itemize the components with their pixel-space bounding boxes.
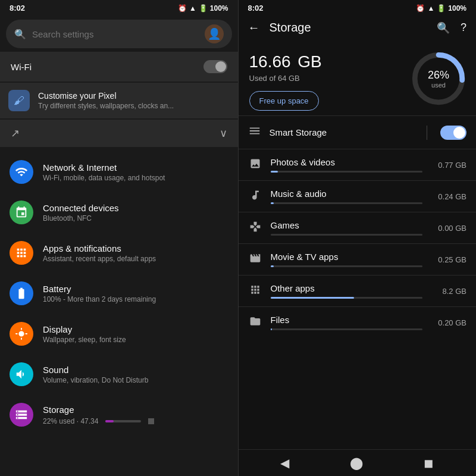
apps-text: Apps & notifications Assistant, recent a… (43, 243, 156, 263)
battery-title: Battery (43, 284, 156, 294)
back-button[interactable]: ← (248, 21, 260, 35)
right-alarm-icon: ⏰ (416, 4, 425, 12)
category-movie[interactable]: Movie & TV apps 0.25 GB (239, 243, 477, 275)
other-bar (271, 297, 423, 299)
connected-icon (10, 201, 33, 224)
storage-square-icon (148, 418, 154, 424)
category-games[interactable]: Games 0.00 GB (239, 212, 477, 243)
network-subtitle: Wi-Fi, mobile, data usage, and hotspot (43, 174, 165, 182)
avatar[interactable]: 👤 (205, 24, 224, 43)
nav-home-button[interactable]: ⬤ (350, 456, 363, 470)
sidebar-item-storage[interactable]: Storage 22% used · 47.34 (0, 394, 238, 435)
storage-header: ← Storage 🔍 ? (239, 16, 477, 37)
customize-text: Customise your Pixel Try different style… (38, 91, 174, 110)
wifi-row[interactable]: Wi-Fi (0, 52, 238, 82)
connected-text: Connected devices Bluetooth, NFC (43, 203, 119, 223)
other-apps-icon (248, 284, 262, 299)
movie-info: Movie & TV apps (271, 252, 423, 267)
donut-label: used (428, 82, 449, 89)
files-name: Files (271, 315, 423, 325)
files-bar (271, 328, 423, 330)
network-icon (10, 160, 33, 184)
photos-icon (248, 158, 262, 173)
left-panel: 8:02 ⏰ ▲ 🔋 100% 🔍 👤 Wi-Fi 🖌 Customise yo… (0, 0, 238, 476)
battery-percent: 100% (210, 4, 228, 12)
apps-title: Apps & notifications (43, 243, 156, 253)
search-input[interactable] (32, 29, 199, 39)
movie-bar-fill (271, 265, 274, 267)
files-info: Files (271, 315, 423, 330)
other-size: 8.2 GB (431, 287, 466, 296)
battery-icon-circle (10, 281, 33, 305)
storage-bottom: 22% used · 47.34 (43, 417, 154, 425)
storage-text: Storage 22% used · 47.34 (43, 405, 154, 425)
left-status-bar: 8:02 ⏰ ▲ 🔋 100% (0, 0, 238, 16)
music-icon (248, 189, 262, 204)
wifi-toggle[interactable] (203, 60, 227, 73)
nav-bar: ◀ ⬤ ◼ (239, 449, 477, 476)
right-status-bar: 8:02 ⏰ ▲ 🔋 100% (239, 0, 477, 16)
search-bar[interactable]: 🔍 👤 (6, 20, 232, 48)
chevron-down-icon: ∨ (220, 127, 227, 140)
sidebar-item-display[interactable]: Display Wallpaper, sleep, font size (0, 314, 238, 354)
customize-row[interactable]: 🖌 Customise your Pixel Try different sty… (0, 83, 238, 118)
sidebar-item-connected[interactable]: Connected devices Bluetooth, NFC (0, 192, 238, 233)
customize-icon: 🖌 (8, 90, 30, 111)
sound-text: Sound Volume, vibration, Do Not Disturb (43, 365, 148, 384)
category-files[interactable]: Files 0.20 GB (239, 306, 477, 338)
free-up-space-button[interactable]: Free up space (249, 91, 319, 111)
customize-subtitle: Try different styles, wallpapers, clocks… (38, 102, 174, 110)
customize-title: Customise your Pixel (38, 91, 174, 101)
signal-icon: ▲ (189, 4, 196, 12)
sidebar-item-battery[interactable]: Battery 100% - More than 2 days remainin… (0, 273, 238, 314)
photos-size: 0.77 GB (431, 161, 466, 170)
arrow-row[interactable]: ↗ ∨ (0, 120, 238, 147)
smart-storage-toggle[interactable] (440, 126, 466, 140)
smart-storage-label: Smart Storage (270, 127, 414, 137)
category-other[interactable]: Other apps 8.2 GB (239, 275, 477, 306)
files-bar-fill (271, 328, 273, 330)
photos-bar-fill (271, 171, 278, 173)
nav-back-button[interactable]: ◀ (280, 456, 289, 470)
storage-icon (10, 403, 33, 427)
category-photos[interactable]: Photos & videos 0.77 GB (239, 149, 477, 180)
left-status-icons: ⏰ ▲ 🔋 100% (178, 4, 228, 12)
storage-subtitle: 22% used · 47.34 (43, 417, 98, 425)
nav-recents-button[interactable]: ◼ (424, 456, 434, 470)
display-title: Display (43, 324, 126, 334)
category-music[interactable]: Music & audio 0.24 GB (239, 180, 477, 212)
battery-subtitle: 100% - More than 2 days remaining (43, 295, 156, 303)
connected-title: Connected devices (43, 203, 119, 213)
games-name: Games (271, 220, 423, 230)
photos-bar (271, 171, 423, 173)
movie-name: Movie & TV apps (271, 252, 423, 262)
display-icon (10, 322, 33, 346)
storage-info: 16.66 GB Used of 64 GB Free up space 26%… (239, 37, 477, 115)
files-size: 0.20 GB (431, 318, 466, 327)
sidebar-item-apps[interactable]: Apps & notifications Assistant, recent a… (0, 233, 238, 273)
other-info: Other apps (271, 283, 423, 299)
sidebar-item-network[interactable]: Network & Internet Wi-Fi, mobile, data u… (0, 152, 238, 192)
search-icon: 🔍 (14, 29, 26, 40)
sidebar-item-sound[interactable]: Sound Volume, vibration, Do Not Disturb (0, 354, 238, 394)
search-button[interactable]: 🔍 (437, 21, 450, 35)
other-name: Other apps (271, 283, 423, 293)
right-battery-icon: 🔋 (437, 4, 446, 12)
files-icon (248, 315, 262, 330)
wifi-label: Wi-Fi (11, 62, 32, 72)
page-title: Storage (270, 21, 427, 35)
help-button[interactable]: ? (461, 21, 466, 35)
smart-storage-row[interactable]: Smart Storage (239, 115, 477, 149)
games-size: 0.00 GB (431, 224, 466, 233)
right-battery-percent: 100% (448, 4, 466, 12)
left-time: 8:02 (10, 4, 25, 12)
storage-categories: Photos & videos 0.77 GB Music & audio 0.… (239, 149, 477, 449)
music-bar (271, 202, 423, 204)
music-info: Music & audio (271, 189, 423, 204)
toggle-divider (427, 126, 427, 140)
storage-title: Storage (43, 405, 154, 415)
storage-numbers: 16.66 GB Used of 64 GB Free up space (249, 46, 412, 111)
donut-percent: 26% (428, 69, 449, 82)
movie-icon (248, 252, 262, 267)
music-size: 0.24 GB (431, 192, 466, 201)
